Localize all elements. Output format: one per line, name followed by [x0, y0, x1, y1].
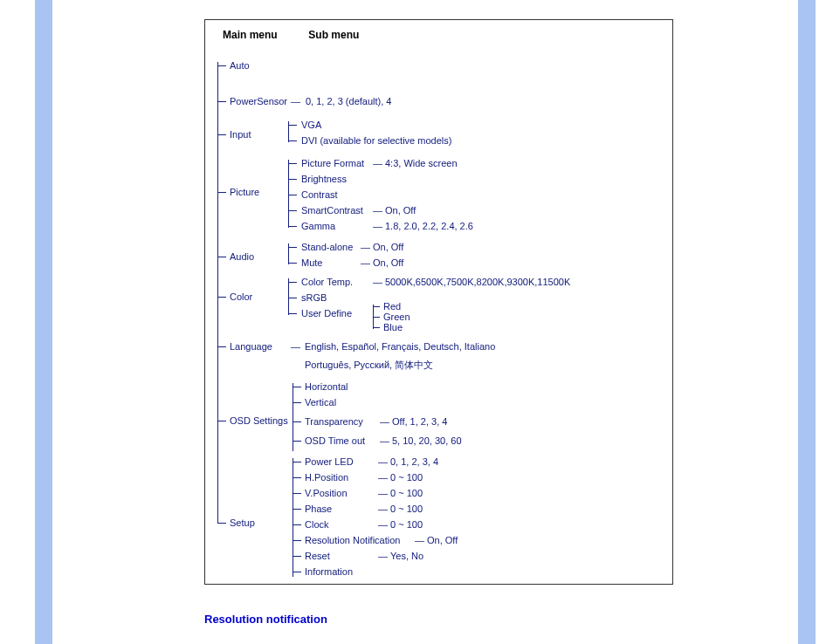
setup-clock-vals: 0 ~ 100: [390, 519, 423, 530]
dash: —: [373, 158, 382, 168]
setup-phase: Phase: [305, 504, 332, 514]
menu-osd: OSD Settings: [230, 415, 288, 426]
tick: [293, 524, 301, 525]
dash: —: [373, 277, 382, 287]
menu-setup: Setup: [230, 517, 255, 528]
menu-input: Input: [230, 129, 251, 140]
setup-powerled: Power LED: [305, 456, 354, 467]
color-blue: Blue: [383, 322, 403, 332]
input-dvi: DVI (available for selective models): [301, 135, 451, 146]
osd-timeout-vals: 5, 10, 20, 30, 60: [392, 435, 462, 446]
tick: [288, 298, 297, 298]
tick: [288, 125, 297, 126]
tick: [217, 346, 226, 347]
tree-spine-main: [217, 62, 218, 523]
osd-horizontal: Horizontal: [305, 381, 348, 392]
tick: [293, 493, 301, 494]
input-vga: VGA: [301, 120, 321, 130]
tick: [293, 572, 301, 572]
dash: —: [373, 205, 382, 216]
osd-menu-diagram: Main menu Sub menu Auto PowerSensor Inpu…: [204, 19, 673, 585]
tick: [217, 421, 226, 421]
picture-smartcontrast-vals: On, Off: [385, 205, 416, 216]
tick: [373, 317, 380, 318]
setup-reset-vals: Yes, No: [390, 551, 423, 561]
tick: [288, 195, 297, 195]
dash: —: [378, 504, 388, 514]
setup-resolution-vals: On, Off: [427, 535, 458, 545]
setup-vposition: V.Position: [305, 488, 348, 498]
tick: [217, 134, 226, 135]
color-temp: Color Temp.: [301, 277, 353, 287]
picture-smartcontrast: SmartContrast: [301, 205, 363, 216]
dash: —: [380, 435, 389, 446]
dash: —: [378, 519, 388, 530]
tick: [293, 462, 301, 462]
tree-spine-setup: [293, 458, 293, 577]
tick: [373, 306, 380, 307]
picture-format: Picture Format: [301, 158, 364, 168]
menu-picture: Picture: [230, 187, 259, 197]
decorative-bar-left: [35, 0, 52, 644]
setup-phase-vals: 0 ~ 100: [390, 504, 423, 514]
menu-auto: Auto: [230, 60, 250, 71]
dash: —: [291, 96, 300, 106]
tick: [293, 509, 301, 510]
tick: [217, 257, 226, 257]
setup-information: Information: [305, 566, 353, 577]
color-temp-vals: 5000K,6500K,7500K,8200K,9300K,11500K: [385, 277, 570, 287]
audio-standalone-vals: On, Off: [373, 242, 403, 252]
picture-format-vals: 4:3, Wide screen: [385, 158, 458, 168]
page: Main menu Sub menu Auto PowerSensor Inpu…: [0, 0, 833, 644]
tick: [288, 247, 297, 248]
color-srgb: sRGB: [301, 292, 327, 303]
tick: [288, 179, 297, 180]
audio-mute-vals: On, Off: [373, 257, 403, 268]
tick: [217, 192, 226, 193]
tick: [288, 313, 297, 314]
tick: [293, 402, 301, 403]
setup-hposition: H.Position: [305, 472, 348, 483]
menu-powersensor: PowerSensor: [230, 96, 287, 106]
setup-hposition-vals: 0 ~ 100: [390, 472, 423, 483]
tick: [288, 226, 297, 227]
tick: [217, 297, 226, 298]
dash: —: [373, 221, 382, 231]
tick: [288, 210, 297, 211]
tick: [293, 477, 301, 478]
tick: [293, 421, 301, 422]
header-sub-menu: Sub menu: [308, 29, 359, 41]
tick: [217, 65, 226, 66]
dash: —: [291, 341, 300, 352]
color-user-define: User Define: [301, 308, 352, 319]
dash: —: [378, 472, 388, 483]
powersensor-values: 0, 1, 2, 3 (default), 4: [306, 96, 391, 106]
setup-reset: Reset: [305, 551, 330, 561]
tick: [293, 540, 301, 541]
diagram-header: Main menu Sub menu: [223, 29, 359, 41]
tick: [293, 441, 301, 442]
osd-transparency-vals: Off, 1, 2, 3, 4: [392, 416, 447, 427]
tick: [288, 263, 297, 264]
menu-language: Language: [230, 341, 272, 352]
dash: —: [415, 535, 424, 545]
setup-vposition-vals: 0 ~ 100: [390, 488, 423, 498]
menu-color: Color: [230, 291, 252, 302]
tick: [217, 101, 226, 102]
tick: [288, 140, 297, 141]
language-line1: English, Español, Français, Deutsch, Ita…: [305, 341, 495, 352]
dash: —: [380, 416, 389, 427]
dash: —: [378, 488, 388, 498]
picture-contrast: Contrast: [301, 189, 338, 200]
picture-gamma-vals: 1.8, 2.0, 2.2, 2.4, 2.6: [385, 221, 473, 231]
color-green: Green: [383, 312, 410, 322]
tick: [288, 282, 297, 283]
audio-standalone: Stand-alone: [301, 242, 353, 252]
dash: —: [361, 257, 370, 268]
setup-clock: Clock: [305, 519, 329, 530]
color-red: Red: [383, 301, 401, 312]
tick: [373, 327, 380, 328]
setup-powerled-vals: 0, 1, 2, 3, 4: [390, 456, 438, 467]
tick: [293, 556, 301, 557]
osd-transparency: Transparency: [305, 416, 363, 427]
